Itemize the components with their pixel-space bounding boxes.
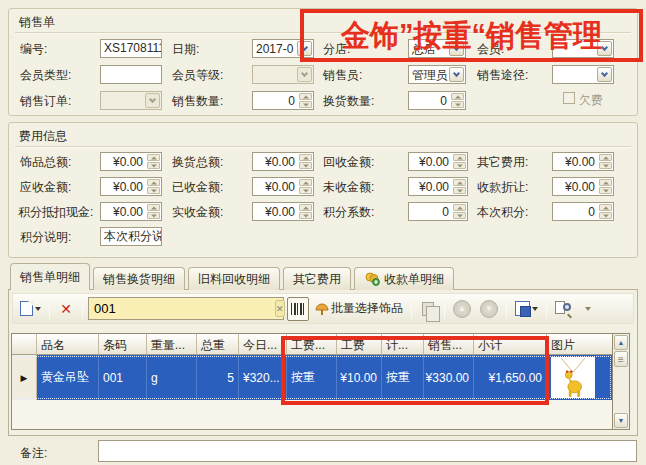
points-cash-field[interactable]: ¥0.00 <box>100 202 162 221</box>
dropdown-arrow-icon[interactable] <box>449 67 464 82</box>
received-field[interactable]: ¥0.00 <box>252 177 314 196</box>
tab-sales-detail[interactable]: 销售单明细 <box>10 263 90 290</box>
points-earned-label: 本次积分: <box>477 205 528 219</box>
scroll-track[interactable] <box>613 367 629 412</box>
number-field[interactable]: XS1708111 <box>100 39 162 58</box>
preview-search-button[interactable] <box>552 297 574 321</box>
spin-up-icon[interactable] <box>599 179 612 186</box>
member-level-combobox[interactable] <box>252 65 314 84</box>
save-icon <box>515 301 530 316</box>
column-header-barcode[interactable]: 条码 <box>99 334 147 355</box>
points-earned-field[interactable]: 0 <box>552 202 614 221</box>
other-fee-field[interactable]: ¥0.00 <box>552 152 614 171</box>
spin-up-icon[interactable] <box>453 204 466 211</box>
sales-qty-value: 0 <box>253 92 298 109</box>
recycle-amount-label: 回收金额: <box>323 155 374 169</box>
toolbar-overflow-button[interactable] <box>577 297 599 321</box>
member-type-field[interactable] <box>100 65 162 84</box>
column-header-today-price[interactable]: 今日... <box>239 334 287 355</box>
cell-barcode[interactable]: 001 <box>99 355 147 400</box>
barcode-input[interactable] <box>89 301 275 316</box>
column-header-total-weight[interactable]: 总重 <box>197 334 239 355</box>
scroll-thumb[interactable]: ≡ <box>614 351 628 367</box>
cell-photo[interactable] <box>547 355 612 400</box>
row-marker-icon[interactable]: ▶ <box>12 355 37 400</box>
exchange-qty-stepper[interactable]: 0 <box>408 91 466 110</box>
spin-up-icon[interactable] <box>147 179 160 186</box>
other-fee-value: ¥0.00 <box>553 153 598 170</box>
spin-down-icon[interactable] <box>299 162 312 169</box>
spin-down-icon[interactable] <box>599 187 612 194</box>
cell-weight-unit[interactable]: g <box>147 355 197 400</box>
spin-down-icon[interactable] <box>147 212 160 219</box>
spin-up-icon[interactable] <box>299 179 312 186</box>
discount-field[interactable]: ¥0.00 <box>552 177 614 196</box>
spin-down-icon[interactable] <box>451 101 464 108</box>
spin-down-icon[interactable] <box>147 187 160 194</box>
spin-down-icon[interactable] <box>147 162 160 169</box>
item-total-field[interactable]: ¥0.00 <box>100 152 162 171</box>
spin-up-icon[interactable] <box>299 154 312 161</box>
spin-up-icon[interactable] <box>299 93 312 100</box>
grid-vertical-scrollbar[interactable]: ▲ ≡ ▼ <box>612 334 629 429</box>
dropdown-arrow-icon[interactable] <box>597 67 612 82</box>
spin-down-icon[interactable] <box>599 212 612 219</box>
received-label: 已收金额: <box>172 180 223 194</box>
spin-down-icon[interactable] <box>453 212 466 219</box>
remark-input[interactable] <box>98 440 637 462</box>
new-item-button[interactable] <box>17 297 44 321</box>
points-factor-field[interactable]: 0 <box>408 202 468 221</box>
tab-exchange-detail[interactable]: 销售换货明细 <box>93 267 185 290</box>
cell-name[interactable]: 黄金吊坠 <box>37 355 99 400</box>
receivable-field[interactable]: ¥0.00 <box>100 177 162 196</box>
exchange-total-value: ¥0.00 <box>253 153 298 170</box>
sales-order-ref-combobox[interactable] <box>100 91 162 110</box>
arrears-checkbox[interactable] <box>563 92 575 104</box>
toolbar-separator <box>82 299 83 319</box>
exchange-total-field[interactable]: ¥0.00 <box>252 152 314 171</box>
channel-combobox[interactable] <box>552 65 614 84</box>
column-header-weight-unit[interactable]: 重量... <box>147 334 197 355</box>
spin-up-icon[interactable] <box>451 93 464 100</box>
barcode-scan-button[interactable] <box>287 297 309 321</box>
sales-qty-stepper[interactable]: 0 <box>252 91 314 110</box>
copy-item-button[interactable] <box>417 297 439 321</box>
tab-receipt-detail[interactable]: 收款单明细 <box>354 267 454 290</box>
move-down-button[interactable]: ▼ <box>477 297 501 321</box>
batch-select-button[interactable]: 批量选择饰品 <box>312 297 406 321</box>
cell-total-weight[interactable]: 5 <box>197 355 239 400</box>
salesperson-combobox[interactable]: 管理员 <box>408 65 466 84</box>
spin-up-icon[interactable] <box>453 154 466 161</box>
tab-recycle-detail[interactable]: 旧料回收明细 <box>188 267 280 290</box>
actual-received-field[interactable]: ¥0.00 <box>252 202 314 221</box>
spin-down-icon[interactable] <box>299 187 312 194</box>
spin-down-icon[interactable] <box>453 187 466 194</box>
column-header-photo[interactable]: 图片 <box>547 334 612 355</box>
spin-up-icon[interactable] <box>599 154 612 161</box>
salesperson-value: 管理员 <box>409 66 448 83</box>
spin-up-icon[interactable] <box>147 154 160 161</box>
clear-input-icon[interactable]: ✕ <box>275 300 285 317</box>
spin-up-icon[interactable] <box>599 204 612 211</box>
save-export-button[interactable] <box>512 297 541 321</box>
spin-down-icon[interactable] <box>299 101 312 108</box>
points-note-field[interactable]: 本次积分说 <box>100 227 162 246</box>
spin-down-icon[interactable] <box>299 212 312 219</box>
spin-up-icon[interactable] <box>453 179 466 186</box>
tab-label: 销售换货明细 <box>103 271 175 288</box>
delete-item-button[interactable]: ✕ <box>55 297 77 321</box>
pendant-image <box>551 357 595 398</box>
recycle-amount-field[interactable]: ¥0.00 <box>408 152 468 171</box>
column-header-name[interactable]: 品名 <box>37 334 99 355</box>
spin-down-icon[interactable] <box>453 162 466 169</box>
tab-other-fee[interactable]: 其它费用 <box>283 267 351 290</box>
spin-down-icon[interactable] <box>599 162 612 169</box>
cell-today-price[interactable]: ¥320... <box>239 355 287 400</box>
spin-up-icon[interactable] <box>147 204 160 211</box>
grid-selector-header[interactable] <box>12 334 37 355</box>
unreceived-field[interactable]: ¥0.00 <box>408 177 468 196</box>
scroll-down-icon[interactable]: ▼ <box>614 413 628 428</box>
move-up-button[interactable]: ▲ <box>450 297 474 321</box>
scroll-up-icon[interactable]: ▲ <box>614 335 628 350</box>
spin-up-icon[interactable] <box>299 204 312 211</box>
